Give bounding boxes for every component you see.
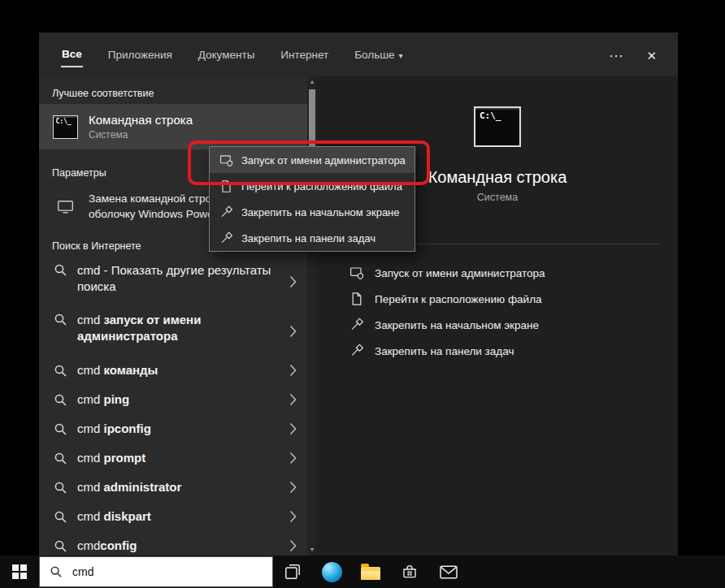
section-header-best-match: Лучшее соответствие <box>39 83 307 104</box>
search-icon <box>54 364 67 378</box>
menu-item-label: Закрепить на начальном экране <box>241 206 400 218</box>
search-suggestion[interactable]: cmd команды <box>39 356 307 385</box>
chevron-right-icon[interactable] <box>289 275 297 288</box>
menu-item-label: Запуск от имени администратора <box>241 154 406 166</box>
search-suggestion[interactable]: cmd diskpart <box>39 502 307 531</box>
cmd-app-icon <box>52 115 78 139</box>
tab-documents[interactable]: Документы <box>198 43 256 67</box>
taskbar-search-box[interactable] <box>39 556 273 587</box>
menu-item-run-as-admin[interactable]: Запуск от имени администратора <box>210 147 415 173</box>
action-open-file-location[interactable]: Перейти к расположению файла <box>317 286 678 312</box>
search-icon <box>54 539 67 553</box>
suggestion-text: cmdconfig <box>77 538 277 554</box>
chevron-down-icon: ▾ <box>399 51 403 60</box>
search-suggestion[interactable]: cmd запуск от имени администратора <box>39 306 307 356</box>
action-run-as-admin[interactable]: Запуск от имени администратора <box>317 260 678 286</box>
suggestion-text: cmd ping <box>77 391 277 408</box>
suggestion-text: cmd prompt <box>77 450 277 466</box>
edge-icon <box>322 562 342 582</box>
display-settings-icon <box>52 199 78 214</box>
suggestion-text: cmd administrator <box>77 479 277 495</box>
best-match-subtitle: Система <box>89 129 193 141</box>
search-icon <box>54 422 67 436</box>
tab-web[interactable]: Интернет <box>280 43 329 67</box>
tab-more[interactable]: Больше▾ <box>354 43 403 67</box>
tab-apps[interactable]: Приложения <box>107 43 173 67</box>
tab-more-label: Больше <box>354 49 394 61</box>
action-pin-to-start[interactable]: Закрепить на начальном экране <box>317 312 678 338</box>
menu-item-open-file-location[interactable]: Перейти к расположению файла <box>210 173 415 199</box>
action-label: Закрепить на начальном экране <box>375 319 539 331</box>
search-input[interactable] <box>71 564 253 579</box>
file-location-icon <box>219 179 233 193</box>
best-match-item[interactable]: Командная строка Система <box>39 104 307 149</box>
chevron-right-icon[interactable] <box>289 364 297 377</box>
search-icon <box>50 565 63 578</box>
pin-taskbar-icon <box>349 344 364 358</box>
cmd-app-icon-large <box>474 106 521 147</box>
mail-icon <box>440 565 458 579</box>
file-explorer-button[interactable] <box>351 556 390 588</box>
search-flyout: Все Приложения Документы Интернет Больше… <box>39 32 678 556</box>
menu-item-pin-to-taskbar[interactable]: Закрепить на панели задач <box>210 225 415 251</box>
action-label: Запуск от имени администратора <box>375 267 545 279</box>
tab-all[interactable]: Все <box>61 42 83 67</box>
file-location-icon <box>349 292 364 306</box>
microsoft-store-button[interactable] <box>390 556 429 588</box>
task-view-button[interactable] <box>273 556 312 588</box>
chevron-right-icon[interactable] <box>289 452 297 465</box>
mail-button[interactable] <box>429 556 468 588</box>
store-icon <box>402 564 418 580</box>
scroll-down-icon[interactable]: ▼ <box>307 544 317 556</box>
folder-icon <box>361 567 380 580</box>
search-icon <box>54 313 67 326</box>
search-icon <box>54 510 67 524</box>
search-icon <box>54 481 67 495</box>
close-icon[interactable]: ✕ <box>643 45 660 67</box>
options-ellipsis-button[interactable]: ⋯ <box>606 44 627 68</box>
suggestion-text: cmd запуск от имени администратора <box>77 312 277 344</box>
search-filter-tabbar: Все Приложения Документы Интернет Больше… <box>39 32 678 76</box>
context-menu: Запуск от имени администратора Перейти к… <box>209 146 415 252</box>
pin-taskbar-icon <box>219 231 233 245</box>
best-match-text: Командная строка Система <box>89 113 193 141</box>
chevron-right-icon[interactable] <box>289 510 297 523</box>
search-icon <box>54 263 67 277</box>
task-view-icon <box>284 564 301 580</box>
chevron-right-icon[interactable] <box>289 539 297 552</box>
chevron-right-icon[interactable] <box>289 481 297 494</box>
search-suggestion[interactable]: cmd administrator <box>39 473 307 502</box>
search-icon <box>54 452 67 465</box>
best-match-title: Командная строка <box>89 113 193 127</box>
search-icon <box>54 393 67 407</box>
menu-item-pin-to-start[interactable]: Закрепить на начальном экране <box>210 199 415 225</box>
run-as-admin-icon <box>349 266 364 280</box>
windows-logo-icon <box>12 564 27 579</box>
preview-actions: Запуск от имени администратора Перейти к… <box>317 260 678 364</box>
chevron-right-icon[interactable] <box>289 393 297 406</box>
action-label: Закрепить на панели задач <box>375 345 514 357</box>
pin-start-icon <box>349 318 364 332</box>
action-label: Перейти к расположению файла <box>375 293 542 305</box>
suggestion-text: cmd diskpart <box>77 508 277 525</box>
chevron-right-icon[interactable] <box>289 325 297 338</box>
search-suggestion[interactable]: cmd prompt <box>39 443 307 473</box>
run-as-admin-icon <box>219 153 233 167</box>
menu-item-label: Закрепить на панели задач <box>241 232 376 244</box>
taskbar <box>0 556 725 588</box>
action-pin-to-taskbar[interactable]: Закрепить на панели задач <box>317 338 678 364</box>
chevron-right-icon[interactable] <box>289 422 297 435</box>
suggestion-text: cmd команды <box>77 362 277 378</box>
pin-start-icon <box>219 205 233 219</box>
edge-browser-button[interactable] <box>312 556 351 588</box>
suggestion-text: cmd - Показать другие результаты поиска <box>77 262 277 295</box>
screen: Все Приложения Документы Интернет Больше… <box>0 0 725 588</box>
menu-item-label: Перейти к расположению файла <box>241 180 402 192</box>
suggestion-text: cmd ipconfig <box>77 421 277 437</box>
search-suggestion[interactable]: cmd ping <box>39 385 307 414</box>
scroll-up-icon[interactable]: ▲ <box>307 76 317 88</box>
start-button[interactable] <box>0 556 39 588</box>
search-suggestion[interactable]: cmd - Показать другие результаты поиска <box>39 257 307 306</box>
search-suggestion[interactable]: cmd ipconfig <box>39 414 307 443</box>
